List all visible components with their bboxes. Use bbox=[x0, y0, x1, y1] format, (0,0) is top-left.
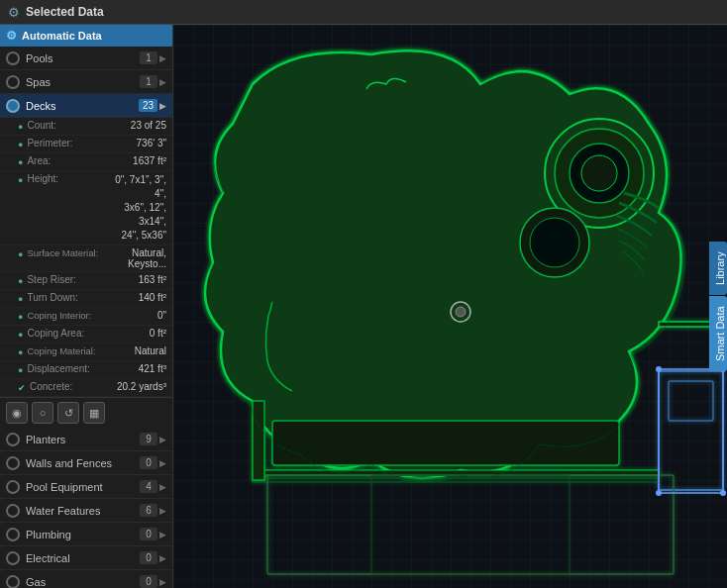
tab-smart-data[interactable]: Smart Data bbox=[709, 296, 727, 371]
area-label: Area: bbox=[27, 155, 106, 166]
category-decks[interactable]: Decks 23 ▶ bbox=[0, 94, 172, 118]
svg-point-21 bbox=[656, 490, 662, 496]
spas-count: 1 bbox=[140, 75, 157, 88]
gas-circle bbox=[6, 575, 20, 589]
decks-label: Decks bbox=[26, 100, 139, 112]
pools-circle bbox=[6, 51, 20, 65]
automatic-data-label: Automatic Data bbox=[22, 30, 102, 42]
prop-concrete: ✔ Concrete: 20.2 yards³ bbox=[0, 379, 172, 397]
prop-coping-material: ● Coping Material: Natural bbox=[0, 343, 172, 361]
deck-toolbar: ◉ ○ ↺ ▦ bbox=[0, 397, 172, 428]
gas-count: 0 bbox=[140, 575, 157, 588]
prop-area: ● Area: 1637 ft² bbox=[0, 153, 172, 171]
area-icon: ● bbox=[18, 157, 23, 167]
title-bar: ⚙ Selected Data bbox=[0, 0, 727, 25]
prop-coping-area: ● Coping Area: 0 ft² bbox=[0, 326, 172, 343]
plumbing-count: 0 bbox=[140, 528, 157, 540]
planters-label: Planters bbox=[26, 434, 140, 445]
water-feat-count: 6 bbox=[140, 504, 157, 517]
svg-rect-13 bbox=[267, 475, 674, 574]
surface-value: Natural, Keysto... bbox=[106, 247, 166, 269]
svg-point-5 bbox=[530, 218, 579, 267]
coping-mat-label: Coping Material: bbox=[27, 345, 106, 356]
svg-rect-14 bbox=[371, 475, 570, 574]
area-value: 1637 ft² bbox=[106, 155, 166, 166]
coping-area-icon: ● bbox=[18, 330, 23, 340]
category-water-features[interactable]: Water Features 6 ▶ bbox=[0, 499, 172, 523]
toolbar-btn-refresh[interactable]: ↺ bbox=[57, 402, 79, 424]
gas-label: Gas bbox=[26, 576, 140, 588]
gas-arrow: ▶ bbox=[159, 577, 166, 587]
displacement-value: 421 ft³ bbox=[106, 363, 166, 374]
svg-point-3 bbox=[581, 155, 617, 191]
svg-rect-7 bbox=[272, 421, 619, 465]
prop-turn-down: ● Turn Down: 140 ft² bbox=[0, 290, 172, 308]
category-walls[interactable]: Walls and Fences 0 ▶ bbox=[0, 451, 172, 475]
planters-arrow: ▶ bbox=[159, 435, 166, 444]
walls-arrow: ▶ bbox=[159, 458, 166, 468]
perimeter-value: 736' 3" bbox=[106, 138, 166, 148]
planters-circle bbox=[6, 433, 20, 446]
category-gas[interactable]: Gas 0 ▶ bbox=[0, 570, 172, 588]
category-pools[interactable]: Pools 1 ▶ bbox=[0, 47, 172, 70]
coping-mat-value: Natural bbox=[106, 345, 166, 356]
spas-label: Spas bbox=[26, 76, 140, 88]
displacement-label: Displacement: bbox=[27, 363, 106, 374]
step-riser-icon: ● bbox=[18, 276, 23, 286]
toolbar-btn-grid[interactable]: ▦ bbox=[83, 402, 105, 424]
title-text: Selected Data bbox=[26, 5, 104, 19]
prop-height: ● Height: 0", 7x1", 3", 4",3x6", 12", 3x… bbox=[0, 171, 172, 245]
category-electrical[interactable]: Electrical 0 ▶ bbox=[0, 546, 172, 570]
walls-label: Walls and Fences bbox=[26, 457, 140, 469]
height-value: 0", 7x1", 3", 4",3x6", 12", 3x14",24", 5… bbox=[106, 173, 166, 243]
concrete-icon: ✔ bbox=[18, 383, 26, 393]
turn-down-value: 140 ft² bbox=[106, 292, 166, 303]
step-riser-label: Step Riser: bbox=[27, 274, 106, 285]
spas-circle bbox=[6, 75, 20, 89]
surface-icon: ● bbox=[18, 249, 23, 259]
pools-arrow: ▶ bbox=[159, 53, 166, 63]
prop-displacement: ● Displacement: 421 ft³ bbox=[0, 361, 172, 379]
automatic-data-icon: ⚙ bbox=[6, 29, 17, 43]
pools-label: Pools bbox=[26, 52, 140, 64]
pools-count: 1 bbox=[140, 51, 157, 64]
category-spas[interactable]: Spas 1 ▶ bbox=[0, 70, 172, 94]
displacement-icon: ● bbox=[18, 365, 23, 375]
electrical-circle bbox=[6, 551, 20, 565]
electrical-arrow: ▶ bbox=[159, 553, 166, 563]
coping-int-icon: ● bbox=[18, 312, 23, 322]
toolbar-btn-empty-circle[interactable]: ○ bbox=[32, 402, 53, 424]
turn-down-icon: ● bbox=[18, 294, 23, 304]
plumbing-circle bbox=[6, 528, 20, 541]
svg-rect-9 bbox=[669, 381, 713, 421]
prop-count: ● Count: 23 of 25 bbox=[0, 118, 172, 136]
automatic-data-header[interactable]: ⚙ Automatic Data bbox=[0, 25, 172, 47]
turn-down-label: Turn Down: bbox=[27, 292, 106, 303]
count-value: 23 of 25 bbox=[106, 120, 166, 131]
walls-circle bbox=[6, 456, 20, 470]
pool-main-shape bbox=[203, 49, 723, 574]
deck-properties: ● Count: 23 of 25 ● Perimeter: 736' 3" ●… bbox=[0, 118, 172, 397]
svg-rect-11 bbox=[253, 478, 659, 482]
decks-circle bbox=[6, 99, 20, 113]
toolbar-btn-circle[interactable]: ◉ bbox=[6, 402, 28, 424]
prop-step-riser: ● Step Riser: 163 ft² bbox=[0, 272, 172, 290]
left-panel: ⚙ Automatic Data Pools 1 ▶ Spas 1 ▶ Deck… bbox=[0, 25, 173, 588]
height-label: Height: bbox=[27, 173, 106, 184]
step-riser-value: 163 ft² bbox=[106, 274, 166, 285]
category-pool-equipment[interactable]: Pool Equipment 4 ▶ bbox=[0, 475, 172, 499]
category-plumbing[interactable]: Plumbing 0 ▶ bbox=[0, 523, 172, 546]
canvas-area[interactable]: Library Smart Data bbox=[173, 25, 727, 588]
svg-point-16 bbox=[456, 307, 466, 317]
tab-library[interactable]: Library bbox=[709, 242, 727, 295]
svg-rect-12 bbox=[253, 401, 264, 480]
decks-arrow: ▶ bbox=[159, 101, 166, 111]
electrical-count: 0 bbox=[140, 551, 157, 564]
prop-coping-interior: ● Coping Interior: 0" bbox=[0, 308, 172, 326]
category-planters[interactable]: Planters 9 ▶ bbox=[0, 428, 172, 451]
electrical-label: Electrical bbox=[26, 552, 140, 564]
water-feat-label: Water Features bbox=[26, 505, 140, 517]
side-tabs: Library Smart Data bbox=[709, 242, 727, 371]
water-feat-arrow: ▶ bbox=[159, 506, 166, 516]
top-categories: Pools 1 ▶ Spas 1 ▶ Decks 23 ▶ bbox=[0, 47, 172, 118]
